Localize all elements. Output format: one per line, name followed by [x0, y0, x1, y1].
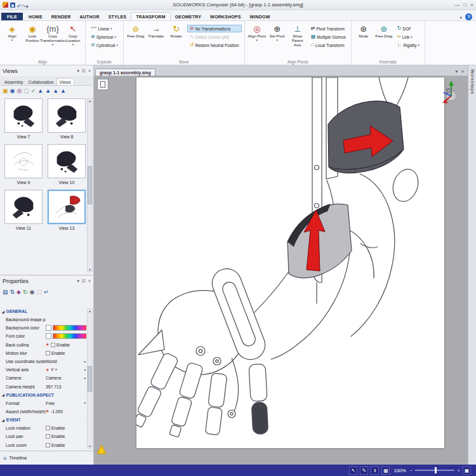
chevron-down-icon[interactable]: ▾ — [84, 368, 86, 372]
render-mode-icon[interactable]: ▣ — [463, 466, 471, 475]
timeline-tab[interactable]: ≡ Timeline — [0, 451, 93, 465]
property-value[interactable]: Enable — [46, 434, 86, 439]
minimize-button[interactable]: — — [454, 2, 459, 8]
property-value[interactable]: 357.713 — [46, 385, 86, 389]
camera-properties-icon[interactable]: ◉ — [30, 289, 35, 295]
set-pivot-button[interactable]: ⊕Set Pivot▾ — [268, 23, 287, 43]
views-tab-collaboration[interactable]: Collaboration — [25, 79, 56, 85]
document-tab[interactable]: grasp 1-1 assembly.smg — [95, 69, 155, 76]
property-value[interactable] — [46, 325, 86, 331]
property-value[interactable]: Enable — [46, 351, 86, 355]
document-close-icon[interactable]: × — [461, 69, 464, 74]
menu-tab-geometry[interactable]: GEOMETRY — [171, 13, 206, 20]
page-thumbnail-icon[interactable] — [97, 79, 109, 90]
view-thumbnail-view-10[interactable]: View 10 — [46, 144, 87, 185]
neutral-properties-icon[interactable]: ▢ — [36, 289, 42, 295]
scroll-thumb[interactable] — [88, 366, 92, 392]
warning-icon[interactable] — [96, 444, 107, 458]
help-icon[interactable]: ? — [465, 13, 472, 20]
align-button[interactable]: ◈Align▾ — [3, 23, 22, 43]
apply-properties-icon[interactable]: ↵ — [44, 289, 49, 295]
close-icon[interactable]: × — [88, 69, 91, 74]
zoom-out-icon[interactable]: − — [410, 468, 413, 473]
customize-quick-access-icon[interactable]: ▾ — [25, 4, 28, 10]
zoom-slider[interactable] — [415, 470, 454, 471]
section-header-publication-aspect[interactable]: ◢PUBLICATION ASPECT — [0, 391, 86, 399]
pin-icon[interactable]: ⊡ — [82, 69, 86, 74]
play-views-icon[interactable]: ▲ — [53, 88, 58, 94]
event-properties-icon[interactable]: ◈ — [17, 289, 21, 295]
chevron-down-icon[interactable]: ▾ — [84, 401, 86, 405]
checkbox[interactable] — [51, 343, 55, 347]
chevron-down-icon[interactable]: ▾ — [84, 376, 86, 380]
menu-tab-author[interactable]: AUTHOR — [76, 13, 104, 20]
show-parent-axis-button[interactable]: ⊥Show Parent Axis — [288, 23, 307, 48]
property-value[interactable]: Camera▾ — [46, 376, 86, 380]
restore-neutral-position-button[interactable]: ↺Restore Neutral Position — [187, 41, 242, 49]
link-button[interactable]: ∞Link▾ — [395, 33, 422, 41]
maximize-button[interactable]: □ — [463, 2, 466, 8]
spherical-button[interactable]: ⊕Spherical▾ — [88, 33, 121, 41]
ghost-view-icon[interactable]: ▢ — [23, 88, 29, 94]
view-thumbnail-view-11[interactable]: View 11 — [3, 190, 44, 230]
linear-button[interactable]: ***Linear▾ — [88, 25, 121, 32]
update-view-icon[interactable]: ◉ — [10, 88, 15, 94]
undo-icon[interactable]: ↶ — [17, 4, 22, 10]
menu-tab-window[interactable]: WINDOW — [246, 13, 275, 20]
orientation-gizmo[interactable] — [441, 81, 461, 107]
menu-tab-transform[interactable]: TRANSFORM — [131, 12, 171, 20]
close-button[interactable]: × — [470, 2, 473, 8]
grid-display-icon[interactable]: ▦ — [381, 466, 390, 475]
views-tab-assembly[interactable]: Assembly — [2, 79, 25, 85]
close-icon[interactable]: × — [88, 279, 91, 284]
select-cursor-icon[interactable]: ↖ — [349, 466, 357, 475]
color-preview-box[interactable] — [46, 325, 51, 331]
property-value[interactable]: Enable — [46, 426, 86, 430]
views-scrollbar[interactable]: ▲ ▼ — [87, 98, 93, 272]
free-drag-button[interactable]: ⊚Free Drag — [126, 23, 145, 39]
section-header-general[interactable]: ◢GENERAL — [0, 307, 86, 315]
goto-next-view-icon[interactable]: ▲ — [45, 88, 51, 94]
checkbox[interactable] — [46, 351, 50, 355]
menu-tab-render[interactable]: RENDER — [47, 13, 76, 20]
color-gradient-swatch[interactable] — [53, 325, 86, 331]
zoom-in-icon[interactable]: + — [457, 468, 460, 473]
categorized-icon[interactable]: ▤ — [3, 289, 8, 295]
checkbox[interactable] — [46, 443, 50, 447]
pivot-transform-button[interactable]: ⇄Pivot Transform — [308, 25, 348, 32]
property-value[interactable]: ∗Enable — [46, 343, 86, 347]
rigidity-button[interactable]: ∟Rigidity▾ — [395, 41, 422, 49]
scroll-up-icon[interactable]: ▲ — [88, 309, 91, 313]
property-value[interactable] — [46, 333, 86, 339]
chevron-down-icon[interactable]: ▾ — [84, 360, 86, 364]
zoom-slider-knob[interactable] — [435, 467, 437, 473]
property-value[interactable]: ∗-1.000 — [46, 409, 86, 414]
camera-view-icon[interactable]: ◎ — [17, 88, 22, 94]
color-gradient-swatch[interactable] — [53, 333, 86, 339]
property-value[interactable]: World▾ — [46, 359, 86, 364]
menu-tab-home[interactable]: HOME — [24, 13, 47, 20]
cylindrical-button[interactable]: ⊖Cylindrical▾ — [88, 41, 121, 49]
illustration-page[interactable] — [136, 77, 444, 448]
refresh-properties-icon[interactable]: ↻ — [23, 289, 28, 295]
goto-previous-view-icon[interactable]: ▲ — [37, 88, 43, 94]
view-thumbnail-view-7[interactable]: View 7 — [3, 98, 44, 139]
scroll-down-icon[interactable]: ▼ — [88, 268, 91, 272]
view-thumbnail-view-9[interactable]: View 9 — [3, 144, 44, 185]
menu-tab-styles[interactable]: STYLES — [104, 13, 131, 20]
property-value[interactable]: Enable — [46, 443, 86, 447]
loop-views-icon[interactable]: ▲ — [60, 88, 66, 94]
checkbox[interactable] — [46, 434, 50, 439]
scroll-up-icon[interactable]: ▲ — [88, 99, 91, 103]
scroll-thumb[interactable] — [88, 166, 92, 204]
pause-update-icon[interactable]: ‖ — [371, 466, 379, 475]
document-menu-icon[interactable]: ▾ — [455, 69, 458, 74]
lock-position-button[interactable]: ◉Lock Position — [23, 23, 42, 43]
dof-button[interactable]: ↻DOF — [395, 25, 422, 32]
save-icon[interactable] — [10, 3, 15, 8]
workshops-panel-tab[interactable]: Workshops — [468, 65, 476, 465]
view-thumbnail-view-8[interactable]: View 8 — [46, 98, 87, 139]
free-drag-button[interactable]: ⊚Free Drag — [374, 23, 393, 39]
multiple-gizmos-button[interactable]: ▦Multiple Gizmos — [308, 33, 348, 41]
property-value[interactable]: Free▾ — [46, 401, 86, 406]
